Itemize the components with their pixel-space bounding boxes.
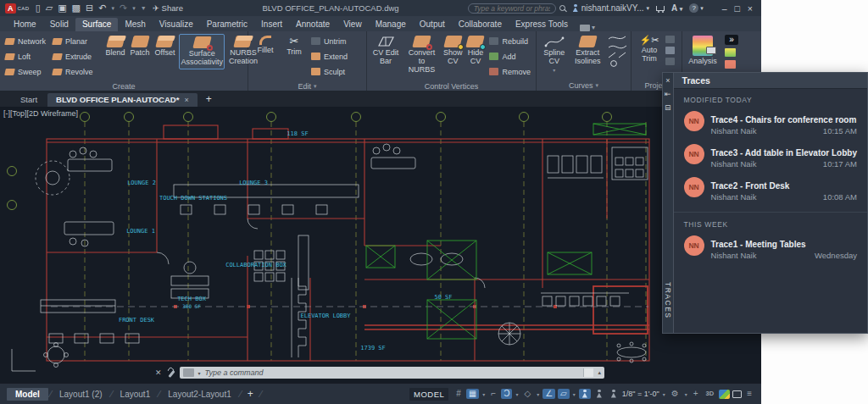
new-layout-button[interactable]: + bbox=[242, 388, 259, 400]
revolve-button[interactable]: Revolve bbox=[51, 64, 95, 79]
command-recent-icon[interactable] bbox=[183, 368, 194, 377]
loft-button[interactable]: Loft bbox=[3, 49, 47, 64]
plot-icon[interactable]: ⊟ bbox=[86, 3, 93, 14]
autocad-logo[interactable]: A CAD bbox=[5, 3, 30, 14]
palette-autohide-icon[interactable]: ⇤ bbox=[665, 91, 671, 98]
polar-tracking-icon[interactable]: Ɔ bbox=[501, 389, 512, 399]
tab-collaborate[interactable]: Collaborate bbox=[452, 18, 509, 31]
clean-screen-icon[interactable] bbox=[732, 390, 742, 398]
curve-tools-icons[interactable] bbox=[607, 34, 627, 68]
grid-icon[interactable]: # bbox=[453, 389, 464, 399]
redo-dropdown-icon[interactable]: ▾ bbox=[132, 5, 136, 12]
command-close-icon[interactable]: ✕ bbox=[155, 368, 162, 377]
start-tab[interactable]: Start bbox=[12, 93, 46, 107]
layout-tab-layout2-layout1[interactable]: Layout2-Layout1 bbox=[161, 388, 238, 401]
trace-item[interactable]: NN Trace3 - Add table in Elevator Lobby … bbox=[674, 140, 867, 173]
curves-panel-label[interactable]: Curves bbox=[569, 80, 593, 91]
zebra-analysis-icon[interactable]: » bbox=[725, 35, 738, 45]
iso-dropdown-icon[interactable]: ▾ bbox=[536, 391, 540, 397]
workspace-dropdown-icon[interactable]: ▾ bbox=[684, 391, 688, 397]
trace-item[interactable]: NN Trace2 - Front Desk Nishant Naik 10:0… bbox=[674, 173, 867, 206]
hide-cv-button[interactable]: Hide CV bbox=[466, 34, 484, 68]
undo-icon[interactable]: ↶ bbox=[98, 3, 106, 14]
new-file-icon[interactable]: ▯ bbox=[36, 3, 41, 14]
share-button[interactable]: ✈ Share bbox=[153, 3, 183, 13]
document-tab[interactable]: BLVD OFFICE PLAN-AUTOCAD* × bbox=[47, 93, 198, 107]
trace-item[interactable]: NN Trace1 - Meeting Tables Nishant Naik … bbox=[674, 231, 867, 264]
save-icon[interactable]: ▣ bbox=[58, 3, 66, 14]
sweep-button[interactable]: Sweep bbox=[3, 64, 47, 79]
help-menu[interactable]: ? ▾ bbox=[689, 3, 704, 13]
command-customize-icon[interactable] bbox=[166, 368, 175, 378]
undo-dropdown-icon[interactable]: ▾ bbox=[111, 5, 114, 12]
layout-tab-model[interactable]: Model bbox=[7, 388, 48, 401]
tab-annotate[interactable]: Annotate bbox=[289, 18, 337, 31]
analysis-options-button[interactable]: Analysis bbox=[686, 34, 720, 68]
project-vector-icon[interactable] bbox=[665, 58, 675, 65]
tab-output[interactable]: Output bbox=[413, 18, 452, 31]
annotation-scale-value[interactable]: 1/8" = 1'-0" bbox=[622, 390, 659, 398]
untrim-button[interactable]: Untrim bbox=[309, 34, 349, 48]
auto-trim-button[interactable]: ⚡✂ Auto Trim bbox=[635, 34, 664, 65]
document-tab-close-icon[interactable]: × bbox=[184, 96, 188, 104]
new-document-tab-button[interactable]: + bbox=[199, 93, 219, 107]
graphics-performance-icon[interactable] bbox=[719, 390, 730, 399]
spline-cv-button[interactable]: Spline CV▾ bbox=[540, 34, 569, 75]
osnap-dropdown-icon[interactable]: ▾ bbox=[572, 391, 576, 397]
snap-dropdown-icon[interactable]: ▾ bbox=[481, 391, 486, 397]
command-dropdown-icon[interactable]: ▾ bbox=[198, 370, 201, 376]
search-icon[interactable] bbox=[559, 5, 565, 11]
command-history-icon[interactable]: ▴ bbox=[598, 369, 601, 376]
convert-to-nurbs-button[interactable]: Convert to NURBS bbox=[404, 34, 439, 76]
tab-manage[interactable]: Manage bbox=[369, 18, 413, 31]
planar-button[interactable]: Planar bbox=[51, 34, 95, 48]
palette-properties-icon[interactable]: ⊟ bbox=[665, 104, 671, 112]
snap-mode-icon[interactable]: ▦ bbox=[466, 389, 479, 399]
project-view-icon[interactable] bbox=[665, 47, 675, 54]
redo-icon[interactable]: ↷ bbox=[120, 3, 127, 14]
minimize-button[interactable]: – bbox=[722, 3, 727, 14]
tab-home[interactable]: Home bbox=[7, 18, 43, 31]
open-file-icon[interactable]: ▱ bbox=[46, 3, 53, 14]
tab-visualize[interactable]: Visualize bbox=[153, 18, 200, 31]
tab-parametric[interactable]: Parametric bbox=[200, 18, 254, 31]
model-space-toggle[interactable]: MODEL bbox=[409, 388, 448, 401]
tab-express-tools[interactable]: Express Tools bbox=[509, 18, 575, 31]
draft-analysis-icon[interactable] bbox=[725, 60, 736, 69]
ribbon-display-toggle[interactable]: ▾ bbox=[580, 24, 595, 31]
customization-menu-icon[interactable]: ≡ bbox=[744, 389, 754, 399]
offset-button[interactable]: Offset bbox=[154, 34, 176, 59]
patch-button[interactable]: Patch bbox=[130, 34, 151, 59]
add-button[interactable]: Add bbox=[487, 49, 532, 64]
layout-tab-layout1[interactable]: Layout1 bbox=[114, 388, 158, 401]
close-button[interactable]: × bbox=[748, 3, 753, 14]
palette-close-icon[interactable]: × bbox=[665, 77, 670, 85]
osnap-3d-icon[interactable]: 3D bbox=[704, 390, 717, 398]
command-input-bar[interactable]: ▾ Type a command ▴ bbox=[180, 367, 604, 379]
isometric-drafting-icon[interactable]: ◇ bbox=[521, 389, 533, 399]
extrude-button[interactable]: Extrude bbox=[51, 49, 95, 64]
control-vertices-panel-label[interactable]: Control Vertices bbox=[425, 81, 479, 91]
qat-dropdown-icon[interactable]: ▼ bbox=[141, 5, 147, 11]
osnap-tracking-icon[interactable]: ∠ bbox=[542, 389, 555, 399]
autodesk-a-icon[interactable]: A ▾ bbox=[671, 3, 682, 13]
command-input[interactable]: Type a command bbox=[205, 368, 264, 377]
extract-isolines-button[interactable]: Extract Isolines bbox=[572, 34, 604, 68]
object-snap-icon[interactable]: ▱ bbox=[558, 389, 570, 399]
command-scrollbar[interactable] bbox=[583, 368, 593, 377]
gear-icon[interactable]: ⚙ bbox=[669, 389, 682, 399]
network-button[interactable]: Network bbox=[3, 34, 47, 48]
annotation-autoscale-icon[interactable] bbox=[593, 389, 605, 399]
fillet-button[interactable]: Fillet bbox=[252, 34, 279, 57]
sculpt-button[interactable]: Sculpt bbox=[309, 64, 349, 79]
curvature-analysis-icon[interactable] bbox=[725, 48, 736, 57]
save-as-icon[interactable]: ▩ bbox=[72, 3, 81, 14]
show-cv-button[interactable]: Show CV bbox=[442, 34, 464, 68]
viewport-controls[interactable]: [-][Top][2D Wireframe] bbox=[3, 109, 78, 118]
ortho-mode-icon[interactable]: ⌐ bbox=[488, 389, 498, 399]
plus-icon[interactable]: + bbox=[691, 389, 701, 399]
blend-button[interactable]: Blend bbox=[105, 34, 126, 59]
palette-vertical-label[interactable]: TRACES bbox=[664, 282, 672, 318]
surface-associativity-toggle[interactable]: Surface Associativity bbox=[179, 34, 225, 69]
tab-solid[interactable]: Solid bbox=[43, 18, 75, 31]
